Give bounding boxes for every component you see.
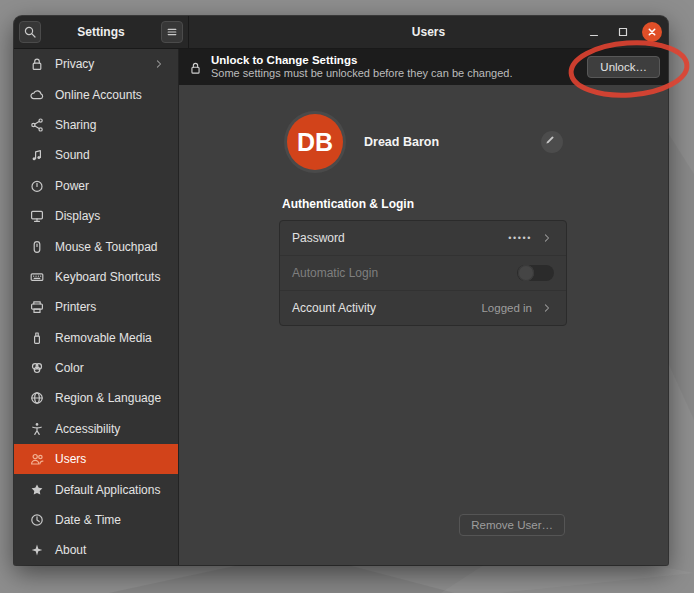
search-button[interactable]	[19, 21, 41, 43]
maximize-icon	[615, 24, 631, 40]
main-panel: Unlock to Change Settings Some settings …	[179, 49, 668, 565]
window-body: PrivacyOnline AccountsSharingSoundPowerD…	[14, 49, 668, 565]
sound-icon	[29, 147, 45, 163]
sidebar-item-online-accounts[interactable]: Online Accounts	[14, 79, 178, 109]
titlebar: Settings Users	[14, 16, 668, 49]
desktop-background: Settings Users	[0, 0, 694, 593]
color-icon	[29, 360, 45, 376]
chevron-right-icon	[152, 57, 166, 71]
section-title: Authentication & Login	[279, 197, 567, 211]
automatic-login-row: Automatic Login	[280, 255, 566, 290]
user-header: DB Dread Baron	[279, 114, 567, 170]
users-content: DB Dread Baron Authentication & Login Pa…	[179, 85, 668, 565]
pencil-icon	[544, 134, 560, 150]
sidebar-item-users[interactable]: Users	[14, 444, 178, 474]
hamburger-menu-icon	[164, 24, 180, 40]
sidebar-item-sound[interactable]: Sound	[14, 140, 178, 170]
sidebar-item-printers[interactable]: Printers	[14, 292, 178, 322]
banner-texts: Unlock to Change Settings Some settings …	[211, 53, 512, 81]
sidebar-item-power[interactable]: Power	[14, 171, 178, 201]
titlebar-right: Users	[189, 16, 668, 48]
content-column: DB Dread Baron Authentication & Login Pa…	[279, 85, 567, 565]
automatic-login-label: Automatic Login	[292, 266, 378, 280]
close-button[interactable]	[642, 22, 662, 42]
globe-icon	[29, 390, 45, 406]
banner-subtitle: Some settings must be unlocked before th…	[211, 67, 512, 81]
users-icon	[29, 451, 45, 467]
unlock-button[interactable]: Unlock…	[587, 56, 660, 78]
lock-icon	[29, 56, 45, 72]
settings-window: Settings Users	[14, 16, 668, 565]
menu-button[interactable]	[161, 21, 183, 43]
chevron-right-icon	[540, 231, 554, 245]
avatar[interactable]: DB	[287, 114, 343, 170]
sidebar-item-label: Privacy	[55, 57, 94, 71]
remove-user-button[interactable]: Remove User…	[459, 514, 565, 536]
clock-icon	[29, 512, 45, 528]
sidebar-item-label: Keyboard Shortcuts	[55, 270, 160, 284]
minimize-button[interactable]	[584, 22, 604, 42]
unlock-banner: Unlock to Change Settings Some settings …	[179, 49, 668, 85]
password-label: Password	[292, 231, 345, 245]
display-icon	[29, 208, 45, 224]
user-name: Dread Baron	[364, 135, 439, 149]
password-row[interactable]: Password•••••	[280, 221, 566, 255]
account-activity-row[interactable]: Account ActivityLogged in	[280, 290, 566, 325]
edit-name-button[interactable]	[541, 131, 563, 153]
sidebar-item-label: Date & Time	[55, 513, 121, 527]
about-icon	[29, 542, 45, 558]
sidebar-item-label: Users	[55, 452, 86, 466]
sidebar-item-privacy[interactable]: Privacy	[14, 49, 178, 79]
auth-list: Password•••••Automatic LoginAccount Acti…	[279, 220, 567, 326]
power-icon	[29, 178, 45, 194]
sidebar-item-mouse-touchpad[interactable]: Mouse & Touchpad	[14, 231, 178, 261]
sidebar-item-label: Removable Media	[55, 331, 152, 345]
maximize-button[interactable]	[613, 22, 633, 42]
sidebar-item-label: Color	[55, 361, 84, 375]
window-controls	[584, 22, 662, 42]
sidebar-item-label: Power	[55, 179, 89, 193]
sidebar-item-keyboard-shortcuts[interactable]: Keyboard Shortcuts	[14, 262, 178, 292]
sidebar-item-label: Accessibility	[55, 422, 120, 436]
cloud-icon	[29, 87, 45, 103]
star-icon	[29, 482, 45, 498]
sidebar-item-sharing[interactable]: Sharing	[14, 110, 178, 140]
sidebar-item-label: Default Applications	[55, 483, 160, 497]
sidebar-item-accessibility[interactable]: Accessibility	[14, 414, 178, 444]
search-icon	[22, 24, 38, 40]
accessibility-icon	[29, 421, 45, 437]
sidebar-item-default-applications[interactable]: Default Applications	[14, 474, 178, 504]
sidebar-item-region-language[interactable]: Region & Language	[14, 383, 178, 413]
sidebar-item-label: Sharing	[55, 118, 96, 132]
mouse-icon	[29, 239, 45, 255]
sidebar-item-about[interactable]: About	[14, 535, 178, 565]
sidebar-item-label: Printers	[55, 300, 96, 314]
account-activity-value: Logged in	[481, 302, 532, 314]
toggle-knob	[518, 265, 534, 281]
minimize-icon	[586, 24, 602, 40]
sidebar-item-label: Displays	[55, 209, 100, 223]
banner-title: Unlock to Change Settings	[211, 53, 512, 67]
sidebar-item-removable-media[interactable]: Removable Media	[14, 323, 178, 353]
usb-icon	[29, 330, 45, 346]
automatic-login-toggle[interactable]	[517, 265, 554, 281]
lock-icon	[188, 60, 203, 75]
sidebar-list: PrivacyOnline AccountsSharingSoundPowerD…	[14, 49, 179, 565]
sidebar-item-label: Online Accounts	[55, 88, 142, 102]
printer-icon	[29, 299, 45, 315]
sidebar-item-label: About	[55, 543, 86, 557]
app-title: Settings	[41, 25, 161, 39]
keyboard-icon	[29, 269, 45, 285]
account-activity-label: Account Activity	[292, 301, 376, 315]
sidebar-item-label: Mouse & Touchpad	[55, 240, 158, 254]
password-value: •••••	[508, 233, 532, 243]
sidebar-item-label: Region & Language	[55, 391, 161, 405]
sidebar-item-label: Sound	[55, 148, 90, 162]
sidebar-item-displays[interactable]: Displays	[14, 201, 178, 231]
share-icon	[29, 117, 45, 133]
chevron-right-icon	[540, 301, 554, 315]
sidebar-item-color[interactable]: Color	[14, 353, 178, 383]
close-icon	[644, 24, 660, 40]
sidebar-item-date-time[interactable]: Date & Time	[14, 505, 178, 535]
titlebar-left: Settings	[14, 16, 189, 48]
